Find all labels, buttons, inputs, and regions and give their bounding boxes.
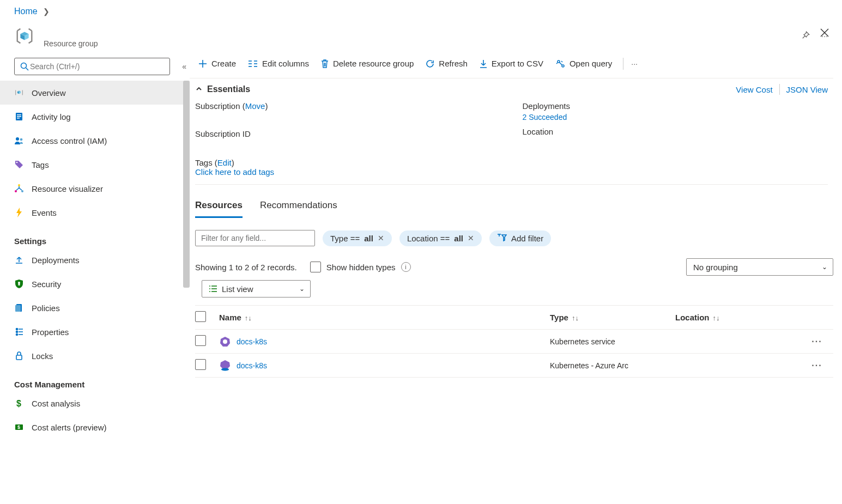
search-input-wrap[interactable] — [14, 58, 170, 75]
sidebar-item-properties[interactable]: Properties — [0, 320, 190, 344]
chevron-down-icon: ⌄ — [822, 263, 827, 271]
svg-line-22 — [19, 188, 22, 190]
sidebar-item-label: Deployments — [32, 256, 80, 265]
deployments-label: Deployments — [523, 101, 828, 111]
column-location[interactable]: Location↑↓ — [675, 313, 801, 322]
pin-icon[interactable] — [801, 31, 810, 42]
visualizer-icon — [14, 184, 24, 193]
view-cost-link[interactable]: View Cost — [736, 85, 772, 94]
edit-columns-button[interactable]: Edit columns — [245, 57, 312, 70]
view-select[interactable]: List view ⌄ — [202, 280, 311, 297]
add-filter-button[interactable]: Add filter — [489, 230, 551, 246]
sidebar-item-cost-alerts[interactable]: $ Cost alerts (preview) — [0, 415, 190, 439]
sidebar-item-events[interactable]: Events — [0, 201, 190, 224]
edit-tags-link[interactable]: Edit — [217, 158, 232, 167]
remove-filter-icon[interactable]: ✕ — [378, 234, 384, 242]
deployments-value[interactable]: 2 Succeeded — [523, 113, 828, 122]
open-query-button[interactable]: Open query — [552, 57, 615, 70]
refresh-button[interactable]: Refresh — [422, 57, 471, 70]
svg-point-46 — [562, 65, 564, 67]
svg-line-6 — [26, 68, 29, 71]
delete-button[interactable]: Delete resource group — [318, 57, 417, 70]
sidebar-scrollbar[interactable] — [183, 81, 190, 288]
plus-icon — [198, 59, 207, 68]
breadcrumb-home[interactable]: Home — [14, 7, 38, 16]
svg-point-16 — [16, 162, 18, 163]
svg-marker-57 — [220, 360, 230, 369]
list-icon — [209, 285, 217, 293]
export-csv-button[interactable]: Export to CSV — [476, 57, 547, 70]
overview-icon — [14, 88, 24, 98]
create-button[interactable]: Create — [195, 57, 239, 70]
sidebar-item-security[interactable]: Security — [0, 272, 190, 296]
resource-link[interactable]: docs-k8s — [237, 361, 267, 370]
location-label: Location — [523, 127, 828, 136]
select-all-checkbox[interactable] — [195, 311, 206, 322]
move-link[interactable]: Move — [245, 101, 265, 111]
sidebar-item-overview[interactable]: Overview — [0, 81, 190, 105]
json-view-link[interactable]: JSON View — [786, 85, 828, 94]
filter-pill-type[interactable]: Type == all ✕ — [323, 230, 392, 246]
trash-icon — [321, 59, 329, 68]
row-more-icon[interactable]: ··· — [801, 337, 833, 347]
resource-link[interactable]: docs-k8s — [237, 337, 267, 346]
sidebar-item-label: Locks — [32, 351, 53, 361]
search-icon — [20, 62, 29, 71]
column-name[interactable]: Name↑↓ — [219, 313, 550, 322]
cost-alert-icon: $ — [14, 422, 24, 432]
svg-rect-24 — [19, 283, 20, 286]
table-row: docs-k8s Kubernetes - Azure Arc ··· — [195, 354, 833, 378]
svg-text:$: $ — [16, 399, 21, 408]
sidebar-item-activity-log[interactable]: Activity log — [0, 105, 190, 129]
svg-rect-33 — [16, 355, 22, 360]
search-input[interactable] — [29, 62, 164, 71]
people-icon — [14, 136, 24, 145]
sidebar-item-label: Cost analysis — [32, 399, 80, 408]
subscription-id-label: Subscription ID — [195, 129, 501, 138]
filter-pill-location[interactable]: Location == all ✕ — [399, 230, 482, 246]
kubernetes-arc-icon — [219, 360, 231, 372]
chevron-right-icon: ❯ — [43, 7, 50, 16]
sidebar-section-settings: Settings — [0, 224, 190, 248]
sidebar-item-iam[interactable]: Access control (IAM) — [0, 129, 190, 153]
breadcrumb: Home ❯ — [0, 0, 842, 19]
sidebar-item-deployments[interactable]: Deployments — [0, 248, 190, 272]
sidebar-item-label: Tags — [32, 160, 49, 169]
tab-resources[interactable]: Resources — [195, 200, 243, 218]
policies-icon — [14, 303, 24, 313]
remove-filter-icon[interactable]: ✕ — [468, 234, 474, 242]
sidebar-item-label: Cost alerts (preview) — [32, 423, 107, 432]
svg-point-19 — [21, 190, 23, 192]
column-type[interactable]: Type↑↓ — [550, 313, 675, 322]
table-row: docs-k8s Kubernetes service ··· — [195, 330, 833, 354]
close-icon[interactable] — [820, 28, 829, 40]
sidebar-item-cost-analysis[interactable]: $ Cost analysis — [0, 391, 190, 415]
collapse-sidebar-icon[interactable]: « — [182, 62, 186, 71]
grouping-select[interactable]: No grouping ⌄ — [686, 258, 833, 276]
query-icon — [555, 59, 565, 68]
kubernetes-icon — [219, 336, 231, 348]
separator — [623, 58, 623, 70]
collapse-essentials-icon[interactable] — [195, 85, 203, 94]
row-checkbox[interactable] — [195, 335, 206, 346]
filter-bar: Type == all ✕ Location == all ✕ Add filt… — [195, 230, 833, 246]
svg-point-56 — [223, 339, 227, 344]
sidebar-item-visualizer[interactable]: Resource visualizer — [0, 177, 190, 201]
svg-rect-12 — [17, 116, 21, 117]
info-icon[interactable]: i — [401, 262, 411, 272]
toolbar-more-icon[interactable]: ··· — [631, 59, 638, 68]
row-more-icon[interactable]: ··· — [801, 361, 833, 371]
sidebar-item-locks[interactable]: Locks — [0, 344, 190, 368]
sidebar-item-tags[interactable]: Tags — [0, 153, 190, 177]
filter-input[interactable] — [195, 230, 315, 246]
tab-recommendations[interactable]: Recommendations — [260, 200, 337, 218]
add-tags-link[interactable]: Click here to add tags — [195, 167, 274, 177]
svg-rect-26 — [15, 305, 21, 312]
sidebar: « Overview Activity log Access control (… — [0, 48, 190, 497]
sidebar-item-label: Properties — [32, 327, 69, 337]
show-hidden-checkbox[interactable] — [310, 262, 321, 272]
row-checkbox[interactable] — [195, 359, 206, 370]
svg-point-45 — [558, 60, 560, 63]
sidebar-item-policies[interactable]: Policies — [0, 296, 190, 320]
svg-point-15 — [20, 138, 23, 141]
